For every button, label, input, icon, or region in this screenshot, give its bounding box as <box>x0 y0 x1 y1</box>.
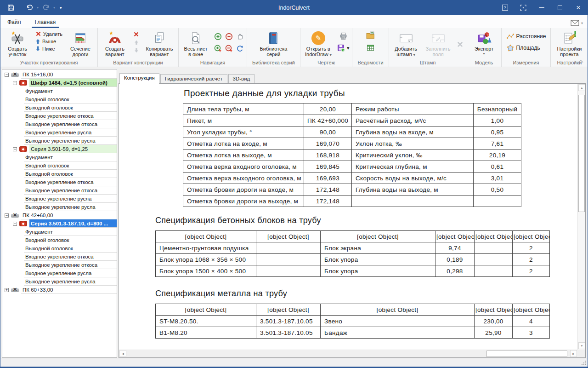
series-library-icon <box>266 30 280 46</box>
series-library-button[interactable]: Библиотека серий <box>254 29 293 58</box>
sheets-table-button[interactable] <box>365 43 376 52</box>
undo-dropdown-icon[interactable]: ▾ <box>37 6 39 10</box>
tree-expander-icon[interactable]: − <box>13 222 17 226</box>
undo-icon <box>26 4 33 11</box>
measure-distance-button[interactable]: Расстояние <box>505 32 548 40</box>
save-button[interactable] <box>6 2 15 14</box>
vertical-scroll-thumb[interactable] <box>578 95 585 212</box>
tree-item[interactable]: Входной оголовок <box>2 95 117 104</box>
tree-item[interactable]: Входное укрепление русла <box>2 195 117 203</box>
document-tab[interactable]: 3D-вид <box>228 74 255 84</box>
measure-area-button[interactable]: Площадь <box>505 44 542 52</box>
tree-item[interactable]: Выходной оголовок <box>2 170 117 178</box>
delete-variant-button[interactable] <box>131 30 141 38</box>
tree-item[interactable]: Выходной оголовок <box>2 244 117 253</box>
tree-expander-icon[interactable]: − <box>13 81 17 85</box>
collapse-ribbon-button[interactable] <box>577 58 584 64</box>
feedback-button[interactable] <box>571 20 579 26</box>
fit-page-button[interactable]: Весь лист в окне <box>180 29 211 58</box>
ribbon-tab[interactable]: Главная <box>28 17 63 28</box>
tree-item[interactable]: − Шифр 1484, d=1,5 (основной) <box>2 79 117 87</box>
tree-item[interactable]: − ПК 42+60,00 <box>2 211 117 219</box>
tree-item[interactable]: − Серия 3.501-59, d=1,25 <box>2 145 117 153</box>
create-section-button[interactable]: Создать участок <box>2 29 33 58</box>
road-section-button[interactable]: Сечение дороги <box>65 29 96 58</box>
project-settings-button[interactable]: Настройки проекта <box>552 29 586 58</box>
tree-expander-icon[interactable]: − <box>5 73 9 77</box>
document-tab[interactable]: Конструкция <box>119 73 159 84</box>
tree-item[interactable]: Входной оголовок <box>2 161 117 170</box>
open-indordraw-button[interactable]: ✎ Открыть в IndorDraw ▾ <box>302 29 335 59</box>
tree-item[interactable]: Фундамент <box>2 87 117 95</box>
zoom-in-icon <box>214 33 222 40</box>
move-down-button[interactable]: Ниже <box>34 46 64 52</box>
arrow-down-icon <box>35 46 40 52</box>
tree-item[interactable]: Входное укрепление русла <box>2 128 117 137</box>
resize-grip[interactable] <box>581 360 587 366</box>
ribbon-tab[interactable]: Файл <box>0 17 28 28</box>
delete-section-button[interactable]: Удалить <box>34 30 64 37</box>
tree-item[interactable]: Фундамент <box>2 153 117 161</box>
export-dropdown-icon[interactable]: ▾ <box>483 52 485 56</box>
zoom-in-button[interactable] <box>214 33 222 40</box>
add-stamp-label: Добавить штамп ▾ <box>395 46 417 58</box>
tree-item[interactable]: Выходное укрепление откоса <box>2 261 117 269</box>
scale-button[interactable] <box>514 0 532 15</box>
tree-item[interactable]: − Серия 3.501.3-187.10, d=800 ... <box>2 219 117 228</box>
move-up-button[interactable]: Выше <box>34 38 64 45</box>
maximize-button[interactable] <box>551 0 569 15</box>
document-tab[interactable]: Гидравлический расчёт <box>160 74 227 84</box>
help-button[interactable]: ? <box>496 0 514 15</box>
tree-item-icon <box>11 288 19 292</box>
save-drawing-button[interactable]: ▾ <box>336 44 351 52</box>
print-button[interactable] <box>338 31 349 41</box>
scroll-up-button[interactable]: ▲ <box>578 84 585 91</box>
zoom-in-fast-button[interactable] <box>214 45 222 52</box>
table-header-row: [object Object][object Object][object Ob… <box>156 304 550 316</box>
copy-variant-button[interactable]: Копировать вариант <box>142 29 177 58</box>
tree-item[interactable]: Входное укрепление откоса <box>2 178 117 186</box>
zoom-previous-button[interactable] <box>236 45 244 52</box>
zoom-out-fast-button[interactable] <box>225 45 233 52</box>
close-button[interactable]: × <box>569 0 588 15</box>
tree-expander-icon[interactable]: − <box>5 213 9 218</box>
metal-qty: 4 <box>513 316 550 327</box>
scroll-left-button[interactable]: ◀ <box>119 350 126 357</box>
tree-item[interactable]: Выходное укрепление русла <box>2 137 117 145</box>
tree-item-label: Фундамент <box>24 87 117 95</box>
table-row: Отметка лотка на входе, м 169,070 Уклон … <box>183 138 521 150</box>
create-variant-button[interactable]: Создать вариант <box>99 29 130 58</box>
save-as-icon <box>337 44 345 52</box>
zoom-out-button[interactable] <box>225 33 233 40</box>
tree-expander-icon[interactable]: + <box>5 288 9 292</box>
param-value: 3,01 <box>474 172 521 184</box>
param-name: Угол укладки трубы, ° <box>183 126 304 138</box>
sheets-excel-button[interactable] <box>364 30 377 40</box>
tree-item[interactable]: Выходное укрепление откоса <box>2 186 117 195</box>
tree-item[interactable]: Входное укрепление откоса <box>2 112 117 120</box>
tree-expander-icon[interactable]: − <box>13 147 17 151</box>
add-stamp-button[interactable]: Добавить штамп ▾ <box>390 29 422 59</box>
tree-item[interactable]: + ПК 60+33,00 <box>2 286 117 294</box>
tree-item[interactable]: Входное укрепление русла <box>2 269 117 277</box>
pan-button[interactable] <box>236 33 243 40</box>
minimize-button[interactable] <box>532 0 551 15</box>
tree-item[interactable]: Выходное укрепление русла <box>2 203 117 211</box>
export-button[interactable]: Экспорт ▾ <box>469 29 500 57</box>
param-value: 172,148 <box>304 184 352 196</box>
scroll-down-button[interactable]: ▼ <box>578 342 585 349</box>
tree-item[interactable]: Выходное укрепление русла <box>2 277 117 286</box>
qat-customize-icon[interactable]: ▾ <box>60 6 62 10</box>
horizontal-scroll-thumb[interactable] <box>486 351 567 357</box>
tree-item[interactable]: Фундамент <box>2 228 117 236</box>
tree-item[interactable]: Выходной оголовок <box>2 104 117 112</box>
undo-button[interactable] <box>25 2 34 14</box>
column-header: [object Object] <box>156 304 256 316</box>
variant-down-button <box>132 47 141 54</box>
tree-item[interactable]: − ПК 15+16,00 <box>2 70 117 79</box>
scroll-right-button[interactable]: ▶ <box>570 350 577 357</box>
feedback-dropdown-icon[interactable]: ▾ <box>581 21 583 25</box>
tree-item[interactable]: Выходное укрепление откоса <box>2 120 117 128</box>
tree-item[interactable]: Входное укрепление откоса <box>2 253 117 261</box>
tree-item[interactable]: Входной оголовок <box>2 236 117 244</box>
